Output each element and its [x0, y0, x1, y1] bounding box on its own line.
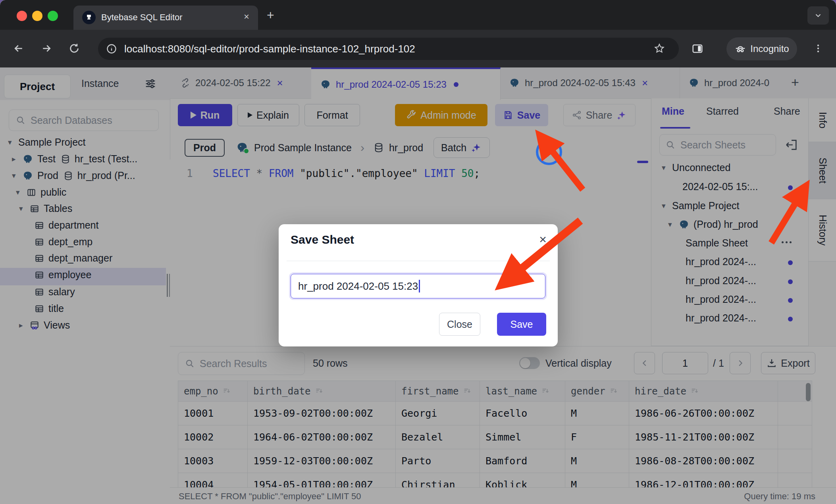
- close-label: Close: [447, 319, 472, 330]
- browser-tab-title: Bytebase SQL Editor: [101, 12, 183, 23]
- side-panel-icon[interactable]: [688, 38, 707, 58]
- browser-window: Bytebase SQL Editor × + localhost:8080/s…: [0, 0, 836, 504]
- site-info-icon[interactable]: [106, 43, 117, 54]
- dialog-title: Save Sheet: [291, 233, 354, 246]
- save-label: Save: [510, 319, 533, 330]
- screenshot-root: Bytebase SQL Editor × + localhost:8080/s…: [0, 0, 836, 504]
- dialog-close-icon[interactable]: ×: [539, 232, 547, 247]
- mac-zoom-button[interactable]: [48, 11, 58, 21]
- url-bar[interactable]: localhost:8080/sql-editor/prod-sample-in…: [98, 38, 679, 60]
- browser-menu-icon[interactable]: [808, 38, 828, 58]
- dialog-divider: [287, 261, 550, 261]
- sheet-name-value: hr_prod 2024-02-05 15:23: [298, 280, 418, 292]
- back-button[interactable]: [9, 38, 29, 58]
- browser-tab-strip: Bytebase SQL Editor × +: [0, 0, 836, 30]
- forward-button[interactable]: [37, 38, 56, 58]
- save-sheet-dialog: Save Sheet × hr_prod 2024-02-05 15:23 Cl…: [279, 224, 558, 346]
- incognito-icon: [734, 43, 746, 55]
- text-caret: [419, 280, 420, 292]
- sheet-name-input[interactable]: hr_prod 2024-02-05 15:23: [291, 274, 545, 298]
- tab-search-chevron-button[interactable]: [807, 6, 829, 25]
- incognito-label: Incognito: [750, 43, 789, 54]
- mac-minimize-button[interactable]: [32, 11, 42, 21]
- reload-button[interactable]: [64, 38, 84, 58]
- dialog-save-button[interactable]: Save: [497, 313, 546, 336]
- incognito-badge[interactable]: Incognito: [726, 37, 797, 60]
- new-tab-button[interactable]: +: [267, 8, 274, 23]
- browser-navbar: localhost:8080/sql-editor/prod-sample-in…: [0, 30, 836, 67]
- mac-close-button[interactable]: [17, 11, 27, 21]
- dialog-close-button[interactable]: Close: [439, 313, 480, 336]
- bytebase-favicon: [82, 11, 96, 24]
- url-text: localhost:8080/sql-editor/prod-sample-in…: [124, 43, 415, 55]
- browser-tab-close-icon[interactable]: ×: [244, 11, 249, 22]
- bookmark-star-icon[interactable]: [649, 38, 669, 58]
- browser-tab[interactable]: Bytebase SQL Editor ×: [73, 6, 258, 30]
